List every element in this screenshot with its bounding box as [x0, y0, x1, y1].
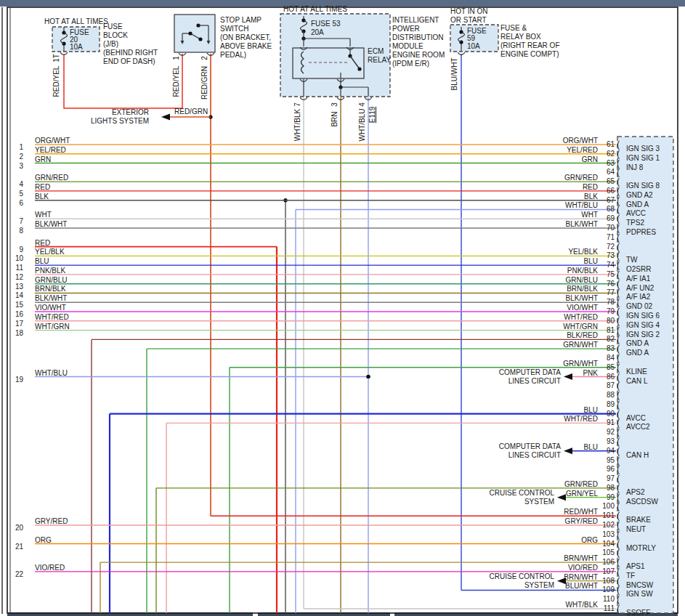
- pin-62-number: 62: [607, 150, 615, 158]
- left-row-wire-label: BRN/BLK: [35, 285, 66, 293]
- left-row-number: 10: [15, 254, 24, 262]
- left-row-number: 8: [19, 227, 23, 235]
- pin-86-number: 86: [607, 373, 615, 381]
- pin-90-wire-label: BLU: [584, 406, 598, 414]
- pin-82-signal-name: GND A: [626, 339, 649, 347]
- pin-71-number: 71: [607, 233, 615, 241]
- frb-desc: RELAY BOX: [500, 33, 541, 41]
- pin-83-number: 83: [607, 344, 615, 352]
- pin-65-signal-name: IGN SIG 8: [626, 182, 660, 190]
- left-row-number: 5: [19, 190, 23, 198]
- left-row-number: 2: [19, 153, 23, 161]
- pin-99-signal-name: ASCDSW: [626, 498, 658, 506]
- ipdm-pin-number: 4: [358, 102, 366, 107]
- switch-pin-number: 2: [200, 56, 208, 60]
- pin-98-wire-label: GRN/RED: [564, 480, 598, 488]
- pin-77-signal-name: A/F IA2: [626, 293, 651, 301]
- pin-80-signal-name: IGN SIG 4: [626, 321, 660, 329]
- pin-81-signal-name: IGN SIG 2: [626, 331, 660, 339]
- pin-94-number: 94: [607, 447, 615, 455]
- left-row-wire-label: GRN/BLU: [35, 276, 67, 284]
- left-row-number: 14: [15, 291, 24, 299]
- ipdm-desc: INTELLIGENT: [392, 16, 439, 24]
- pin-98-number: 98: [607, 484, 615, 492]
- pin-63-signal-name: INJ 8: [626, 163, 644, 171]
- pin-67-signal-name: GND A: [626, 200, 649, 208]
- junction-dot: [366, 375, 370, 378]
- pin-111-signal-name: SSOFF: [626, 609, 650, 616]
- left-row-number: 11: [16, 264, 24, 272]
- pin-111-number: 111: [604, 604, 615, 612]
- pin-69-signal-name: TPS2: [626, 219, 644, 227]
- pin-104-wire-label: ORG: [581, 536, 598, 544]
- pin-75-number: 75: [607, 270, 615, 278]
- left-row-number: 13: [15, 283, 24, 291]
- pin-90-signal-name: AVCC: [626, 414, 646, 422]
- pin-97-number: 97: [607, 474, 615, 482]
- pin-89-number: 89: [607, 400, 615, 408]
- pin-99-wire-label: GRN/YEL: [566, 490, 598, 498]
- pin-66-number: 66: [607, 187, 615, 195]
- pin-106-number: 106: [602, 558, 615, 566]
- left-row-wire-label: GRN: [35, 155, 51, 163]
- left-row-wire-label: ORG/WHT: [35, 137, 70, 145]
- stop-lamp-switch-desc: PEDAL): [220, 51, 246, 59]
- switch-wire-label: RED/YEL: [172, 65, 180, 97]
- pin-102-wire-label: GRY/RED: [565, 517, 598, 525]
- pin-76-wire-label: GRN/BLU: [566, 276, 598, 284]
- jb-desc: (BEHIND RIGHT: [103, 49, 158, 57]
- left-row-wire-label: VIO/RED: [35, 564, 65, 572]
- pin-100-number: 100: [602, 502, 615, 510]
- annotation-line: SYSTEM: [524, 498, 554, 506]
- pin-79-number: 79: [607, 307, 615, 315]
- pin-106-signal-name: APS1: [626, 562, 645, 570]
- pin-93-number: 93: [607, 437, 615, 445]
- pin-77-wire-label: BRN/BLK: [567, 285, 598, 293]
- switch-dot: [198, 37, 202, 41]
- left-row-number: 6: [19, 199, 23, 207]
- wiring-diagram-svg: ORG/WHT1ORG/WHT61(IGN SIG 3YEL/RED2YEL/R…: [0, 0, 685, 616]
- left-row-wire-label: RED: [35, 183, 50, 191]
- annotation-line: LINES CIRCUIT: [508, 377, 561, 385]
- pin-67-number: 67: [607, 196, 615, 204]
- pin-78-signal-name: GND 02: [626, 302, 653, 310]
- ipdm-wire-label: WHT/BLK: [293, 108, 301, 141]
- annotation-line: COMPUTER DATA: [499, 442, 562, 450]
- left-row-wire-label: BLU: [35, 257, 49, 265]
- pin-107-wire-label: VIO/RED: [568, 564, 598, 572]
- pin-82-wire-label: BLK/RED: [567, 331, 598, 339]
- left-row-wire-label: ORG: [35, 536, 52, 544]
- left-row-wire-label: WHT: [35, 211, 52, 219]
- exterior-lights-label: EXTERIOR: [112, 108, 149, 116]
- left-row-number: 21: [15, 543, 24, 551]
- pin-92-number: 92: [607, 428, 615, 436]
- frb-desc: FUSE &: [500, 24, 527, 32]
- jb-desc: FUSE: [103, 23, 123, 31]
- pin-73-number: 73: [607, 251, 615, 259]
- pin-86-signal-name: CAN L: [626, 377, 648, 385]
- jb-desc: BLOCK: [103, 31, 128, 39]
- pin-96-number: 96: [607, 465, 615, 473]
- pin-69-wire-label: WHT: [581, 211, 598, 219]
- left-row-number: 20: [15, 524, 24, 532]
- left-row-wire-label: YEL/RED: [35, 146, 66, 154]
- pin-62-wire-label: YEL/RED: [567, 146, 598, 154]
- pin-74-wire-label: BLU: [584, 257, 598, 265]
- annotation-line: LINES CIRCUIT: [508, 451, 561, 459]
- ipdm-desc: ENGINE ROOM: [392, 51, 445, 59]
- pin-75-wire-label: PNK/BLK: [567, 267, 599, 275]
- pin-86-wire-label: PNK: [583, 369, 598, 377]
- jb-fuse-text: 10A: [70, 43, 83, 51]
- annotation-line: CRUISE CONTROL: [490, 572, 555, 580]
- pin-68-wire-label: WHT/BLU: [565, 201, 598, 209]
- left-row-number: 18: [15, 329, 24, 337]
- left-row-number: 4: [19, 180, 23, 188]
- pin-81-wire-label: WHT/GRN: [563, 323, 598, 331]
- pin-61-signal-name: IGN SIG 3: [626, 145, 660, 153]
- pin-73-signal-name: TW: [626, 256, 638, 264]
- pin-88-number: 88: [607, 391, 615, 399]
- pin-84-number: 84: [607, 354, 615, 362]
- pin-75-signal-name: A/F IA1: [626, 275, 651, 283]
- pin-91-signal-name: AVCC2: [626, 423, 650, 431]
- pin-106-wire-label: BRN/WHT: [564, 554, 598, 562]
